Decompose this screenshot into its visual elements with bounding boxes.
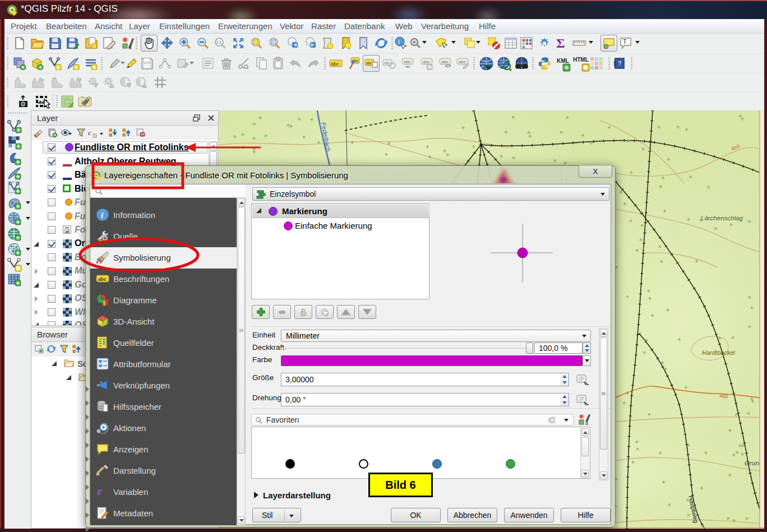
svg-text:T: T [623, 38, 627, 45]
svg-text:abc: abc [441, 59, 449, 64]
svg-text:ab: ab [366, 61, 371, 66]
svg-text:abc: abc [331, 61, 339, 67]
svg-text:a: a [128, 44, 132, 50]
svg-text:Hardtbuckel: Hardtbuckel [702, 349, 735, 356]
svg-text:Lärchenschlag: Lärchenschlag [701, 215, 743, 221]
svg-text:ab: ab [384, 61, 389, 66]
svg-text:abc: abc [423, 59, 430, 64]
svg-text:a: a [585, 420, 588, 425]
svg-text:i: i [398, 38, 400, 45]
svg-text:abc: abc [459, 59, 466, 64]
svg-text:480: 480 [719, 393, 728, 400]
svg-text:abc: abc [98, 276, 107, 282]
svg-text:?: ? [618, 60, 621, 67]
svg-text:abc: abc [404, 59, 411, 64]
svg-text:1:1: 1:1 [216, 40, 222, 44]
